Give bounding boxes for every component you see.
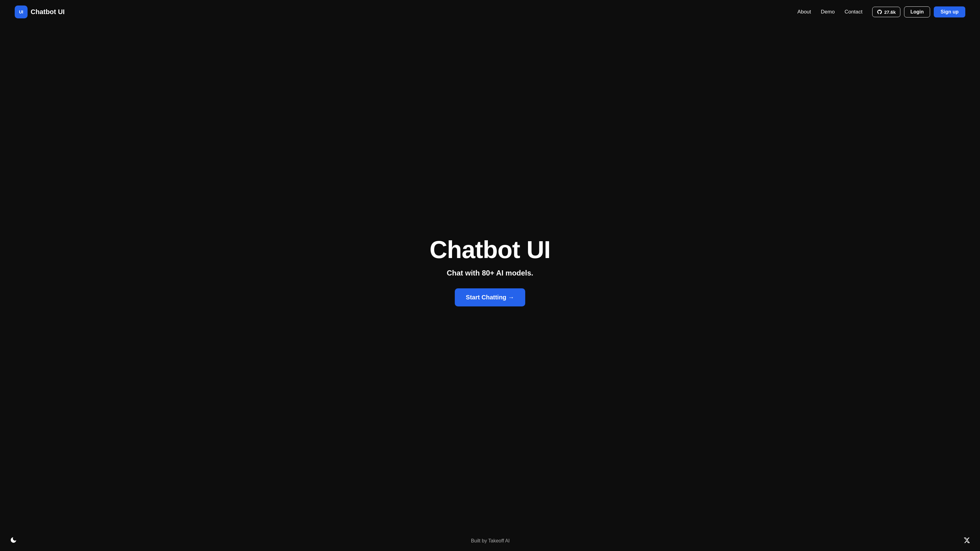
github-stars-badge[interactable]: 27.6k <box>872 7 900 17</box>
nav-contact[interactable]: Contact <box>845 9 863 15</box>
hero-section: Chatbot UI Chat with 80+ AI models. Star… <box>0 24 980 531</box>
start-chatting-button[interactable]: Start Chatting → <box>455 288 525 306</box>
signup-button[interactable]: Sign up <box>934 6 965 17</box>
dark-mode-toggle[interactable] <box>10 536 17 546</box>
login-button[interactable]: Login <box>904 6 931 17</box>
github-icon <box>877 9 882 15</box>
logo-text: Chatbot UI <box>30 8 65 16</box>
x-twitter-icon <box>964 537 970 544</box>
nav-about[interactable]: About <box>797 9 811 15</box>
nav-links: About Demo Contact <box>797 9 862 15</box>
logo-icon-text: UI <box>19 10 23 14</box>
nav-demo[interactable]: Demo <box>821 9 835 15</box>
logo-icon: UI <box>15 5 27 18</box>
footer: Built by Takeoff AI <box>0 531 980 551</box>
twitter-link[interactable] <box>964 537 970 545</box>
logo-link[interactable]: UI Chatbot UI <box>15 5 65 18</box>
nav-right: About Demo Contact 27.6k Login Sign up <box>797 6 965 17</box>
hero-title: Chatbot UI <box>430 236 550 263</box>
footer-credit: Built by Takeoff AI <box>471 538 510 544</box>
hero-subtitle: Chat with 80+ AI models. <box>447 269 533 277</box>
github-count: 27.6k <box>884 10 896 15</box>
moon-icon <box>10 536 17 544</box>
nav-actions: 27.6k Login Sign up <box>872 6 965 17</box>
navbar: UI Chatbot UI About Demo Contact 27.6k L… <box>0 0 980 24</box>
